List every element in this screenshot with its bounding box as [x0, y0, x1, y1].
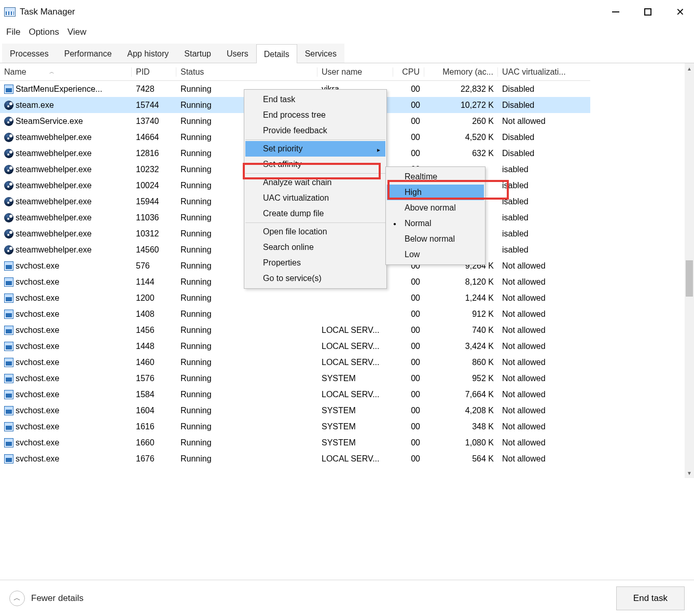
vertical-scrollbar[interactable]: ▲ ▼	[685, 63, 694, 478]
table-row[interactable]: svchost.exe1408Running00912 KNot allowed	[0, 306, 590, 322]
ctx-search-online[interactable]: Search online	[245, 240, 385, 255]
cell-memory: 10,272 K	[424, 101, 498, 110]
menu-view[interactable]: View	[65, 26, 89, 38]
tab-processes[interactable]: Processes	[2, 44, 57, 63]
table-row[interactable]: svchost.exe1200Running001,244 KNot allow…	[0, 290, 590, 306]
process-name: svchost.exe	[16, 310, 59, 319]
process-name: steamwebhelper.exe	[16, 229, 92, 239]
tab-details[interactable]: Details	[256, 44, 297, 63]
ctx-end-task[interactable]: End task	[245, 92, 385, 107]
cell-uac: Not allowed	[498, 358, 586, 367]
table-row[interactable]: svchost.exe1456RunningLOCAL SERV...00740…	[0, 322, 590, 338]
process-name: steamwebhelper.exe	[16, 165, 92, 174]
cell-cpu: 00	[393, 326, 424, 335]
process-name: steamwebhelper.exe	[16, 133, 92, 142]
scroll-thumb[interactable]	[686, 260, 693, 297]
cell-memory: 348 K	[424, 422, 498, 431]
col-header-status[interactable]: Status	[176, 67, 317, 77]
tab-app-history[interactable]: App history	[119, 44, 176, 63]
end-task-button[interactable]: End task	[616, 586, 685, 610]
cell-uac: Not allowed	[498, 422, 586, 431]
cell-cpu: 00	[393, 117, 424, 126]
scroll-down-icon[interactable]: ▼	[685, 468, 694, 478]
fewer-details-button[interactable]: ︿ Fewer details	[9, 591, 84, 606]
col-header-name[interactable]: Name︿	[0, 67, 132, 77]
ctx-go-to-services[interactable]: Go to service(s)	[245, 271, 385, 286]
priority-low[interactable]: Low	[387, 247, 484, 262]
cell-cpu: 00	[393, 406, 424, 415]
cell-cpu: 00	[393, 422, 424, 431]
ctx-provide-feedback[interactable]: Provide feedback	[245, 123, 385, 140]
priority-normal[interactable]: Normal	[387, 216, 484, 231]
table-row[interactable]: svchost.exe1448RunningLOCAL SERV...003,4…	[0, 338, 590, 354]
priority-high[interactable]: High	[387, 185, 484, 200]
minimize-button[interactable]	[610, 6, 621, 18]
priority-above-normal[interactable]: Above normal	[387, 200, 484, 216]
process-name: svchost.exe	[16, 406, 59, 415]
table-row[interactable]: svchost.exe1576RunningSYSTEM00952 KNot a…	[0, 370, 590, 386]
priority-realtime[interactable]: Realtime	[387, 169, 484, 185]
cell-cpu: 00	[393, 374, 424, 383]
process-icon	[4, 229, 13, 239]
col-header-user[interactable]: User name	[317, 67, 393, 77]
tab-startup[interactable]: Startup	[176, 44, 219, 63]
ctx-uac-virtualization[interactable]: UAC virtualization	[245, 190, 385, 206]
tab-users[interactable]: Users	[219, 44, 256, 63]
table-row[interactable]: svchost.exe1460RunningLOCAL SERV...00860…	[0, 354, 590, 370]
cell-pid: 11036	[132, 213, 176, 222]
cell-uac: Not allowed	[498, 326, 586, 335]
menu-file[interactable]: File	[4, 26, 22, 38]
cell-uac: Not allowed	[498, 390, 586, 399]
col-header-uac[interactable]: UAC virtualizati...	[498, 67, 586, 77]
table-row[interactable]: svchost.exe1584RunningLOCAL SERV...007,6…	[0, 386, 590, 402]
table-row[interactable]: svchost.exe1616RunningSYSTEM00348 KNot a…	[0, 418, 590, 435]
cell-cpu: 00	[393, 342, 424, 351]
cell-pid: 1616	[132, 422, 176, 431]
process-icon	[4, 293, 13, 303]
process-icon	[4, 406, 13, 415]
cell-uac: Not allowed	[498, 438, 586, 447]
cell-pid: 1676	[132, 454, 176, 464]
process-name: steamwebhelper.exe	[16, 181, 92, 190]
process-name: svchost.exe	[16, 261, 59, 271]
col-header-pid[interactable]: PID	[132, 67, 176, 77]
ctx-analyze-wait-chain[interactable]: Analyze wait chain	[245, 175, 385, 190]
table-row[interactable]: svchost.exe1660RunningSYSTEM001,080 KNot…	[0, 435, 590, 451]
cell-pid: 15944	[132, 197, 176, 206]
ctx-properties[interactable]: Properties	[245, 255, 385, 271]
cell-pid: 1584	[132, 390, 176, 399]
cell-memory: 22,832 K	[424, 85, 498, 94]
table-row[interactable]: svchost.exe1604RunningSYSTEM004,208 KNot…	[0, 402, 590, 418]
tab-performance[interactable]: Performance	[57, 44, 120, 63]
cell-uac: Not allowed	[498, 117, 586, 126]
cell-uac: Not allowed	[498, 293, 586, 303]
process-name: svchost.exe	[16, 293, 59, 303]
close-button[interactable]: ✕	[674, 6, 686, 18]
table-row[interactable]: svchost.exe1676RunningLOCAL SERV...00564…	[0, 451, 590, 467]
process-name: steam.exe	[16, 101, 54, 110]
ctx-set-affinity[interactable]: Set affinity	[245, 157, 385, 174]
ctx-create-dump-file[interactable]: Create dump file	[245, 206, 385, 223]
menu-options[interactable]: Options	[26, 26, 61, 38]
cell-uac: Not allowed	[498, 342, 586, 351]
priority-below-normal[interactable]: Below normal	[387, 231, 484, 247]
process-name: steamwebhelper.exe	[16, 213, 92, 222]
cell-status: Running	[176, 454, 317, 464]
cell-user: LOCAL SERV...	[317, 342, 393, 351]
cell-uac: Not allowed	[498, 454, 586, 464]
col-header-cpu[interactable]: CPU	[393, 67, 424, 77]
ctx-open-file-location[interactable]: Open file location	[245, 224, 385, 240]
ctx-set-priority[interactable]: Set priority	[245, 141, 385, 157]
ctx-end-process-tree[interactable]: End process tree	[245, 107, 385, 123]
cell-status: Running	[176, 326, 317, 335]
maximize-button[interactable]	[642, 6, 654, 18]
cell-user: LOCAL SERV...	[317, 358, 393, 367]
scroll-up-icon[interactable]: ▲	[685, 63, 694, 74]
priority-submenu: Realtime High Above normal Normal Below …	[385, 166, 485, 265]
process-icon	[4, 149, 13, 158]
cell-uac: isabled	[498, 229, 586, 239]
col-header-memory[interactable]: Memory (ac...	[424, 67, 498, 77]
titlebar[interactable]: Task Manager ✕	[0, 0, 694, 24]
cell-status: Running	[176, 293, 317, 303]
tab-services[interactable]: Services	[297, 44, 344, 63]
